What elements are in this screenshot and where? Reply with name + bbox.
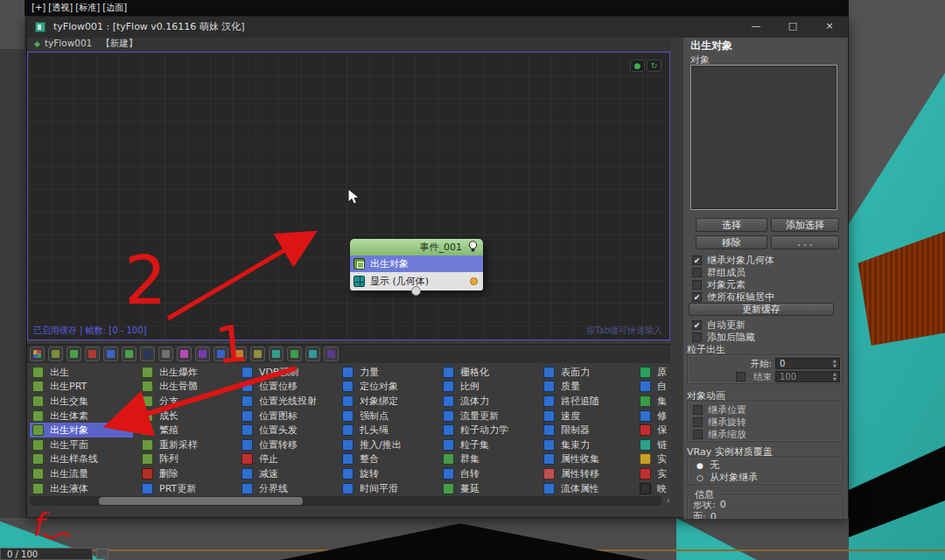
checkbox[interactable]: [692, 280, 702, 290]
operator-item[interactable]: 位置位移: [239, 380, 342, 395]
checkbox-row[interactable]: ✔继承对象几何体: [692, 255, 846, 267]
filter-category-3-button[interactable]: [85, 346, 100, 361]
depot-h-scrollbar[interactable]: ›: [30, 496, 662, 506]
operator-item[interactable]: 减速: [239, 466, 342, 481]
operator-item[interactable]: 对象绑定: [340, 394, 443, 409]
rollout-title[interactable]: 出生对象: [690, 38, 732, 53]
end-spinner[interactable]: 100 ▲▼: [775, 371, 840, 382]
operator-item[interactable]: 流量更新: [440, 409, 543, 424]
filter-category-16-button[interactable]: [324, 346, 339, 361]
checkbox[interactable]: ✔: [692, 320, 702, 330]
radio-button[interactable]: ●: [695, 461, 705, 470]
checkbox-row[interactable]: 继承缩放: [693, 429, 842, 441]
maximize-button[interactable]: □: [774, 17, 811, 38]
close-button[interactable]: ×: [811, 17, 848, 38]
operator-item[interactable]: 实: [637, 452, 668, 467]
title-bar[interactable]: tyFlow001 : [tyFlow v0.16116 萌妹 汉化] — □ …: [27, 17, 848, 38]
event-node[interactable]: 事件_001 出生对象 显示 (几何体): [350, 239, 483, 290]
operator-item[interactable]: 停止: [239, 452, 342, 467]
filter-category-13-button[interactable]: [269, 346, 284, 361]
filter-category-8-button[interactable]: [177, 346, 192, 361]
operator-item[interactable]: VDB强制: [239, 365, 342, 380]
operator-item[interactable]: 速度: [541, 409, 644, 424]
operator-item[interactable]: 属性转移: [541, 466, 644, 481]
operator-item[interactable]: 成长: [139, 409, 242, 424]
operator-item[interactable]: 修: [637, 409, 668, 424]
enabled-indicator[interactable]: [470, 277, 478, 285]
operator-item[interactable]: 出生液体: [30, 481, 133, 496]
add-select-button[interactable]: 添加选择: [771, 218, 839, 232]
checkbox[interactable]: [693, 417, 703, 427]
operator-item[interactable]: 自: [637, 380, 668, 395]
operator-item[interactable]: 繁殖: [139, 423, 242, 438]
operator-item[interactable]: 保: [637, 423, 668, 438]
filter-category-2-button[interactable]: [66, 346, 81, 361]
operator-row-birth-object[interactable]: 出生对象: [350, 256, 483, 272]
end-checkbox-label[interactable]: 结束: [688, 371, 772, 383]
node-editor-canvas[interactable]: ● ↻ 已启用缓存 | 帧数: [0 - 100] 按Tab键可快速输入 事件_…: [27, 52, 670, 340]
checkbox[interactable]: ✔: [692, 256, 702, 265]
filter-category-14-button[interactable]: [287, 346, 302, 361]
minimize-button[interactable]: —: [738, 17, 774, 38]
more-button[interactable]: . . .: [771, 235, 839, 249]
time-slider-button[interactable]: [96, 549, 108, 559]
checkbox[interactable]: [693, 405, 703, 415]
checkbox-row[interactable]: ✔自动更新: [692, 319, 846, 332]
checkbox-row[interactable]: ✔使所有枢轴居中: [692, 291, 846, 304]
operator-item[interactable]: 出生对象: [30, 423, 133, 438]
operator-item[interactable]: PRT更新: [139, 481, 242, 496]
operator-item[interactable]: 原: [637, 365, 668, 380]
checkbox-row[interactable]: 添加后隐藏: [692, 332, 846, 344]
operator-item[interactable]: 旋转: [340, 466, 443, 481]
operator-item[interactable]: 整合: [340, 452, 443, 467]
operator-item[interactable]: 出生平面: [30, 438, 133, 452]
event-node-header[interactable]: 事件_001: [350, 239, 483, 256]
new-tab-button[interactable]: 【新建】: [101, 38, 137, 48]
filter-category-11-button[interactable]: [232, 346, 247, 361]
operator-item[interactable]: 集: [637, 394, 668, 409]
operator-item[interactable]: 分支: [139, 394, 242, 409]
operator-item[interactable]: 出生PRT: [30, 380, 133, 395]
filter-category-5-button[interactable]: [122, 346, 136, 361]
operator-item[interactable]: 出生爆炸: [139, 365, 242, 380]
operator-item[interactable]: 出生体素: [30, 409, 133, 424]
operator-item[interactable]: 流体属性: [541, 481, 644, 496]
filter-category-9-button[interactable]: [195, 346, 210, 361]
flow-tab[interactable]: tyFlow001: [45, 38, 92, 48]
operator-item[interactable]: 限制器: [541, 423, 644, 438]
scroll-thumb[interactable]: [99, 497, 303, 505]
operator-item[interactable]: 表面力: [541, 365, 644, 380]
remove-button[interactable]: 移除: [696, 235, 767, 249]
operator-item[interactable]: 蔓延: [440, 481, 543, 496]
operator-item[interactable]: 出生骨骼: [139, 380, 242, 395]
radio-row[interactable]: ○从对象继承: [695, 472, 842, 483]
operator-item[interactable]: 出生: [30, 365, 133, 380]
filter-category-15-button[interactable]: [305, 346, 320, 361]
operator-item[interactable]: 时间平滑: [340, 481, 443, 496]
operator-item[interactable]: 实: [637, 466, 668, 481]
viewport-label[interactable]: [+] [透视] [标准] [边面]: [24, 0, 850, 16]
operator-item[interactable]: 流体力: [440, 394, 543, 409]
checkbox[interactable]: ✔: [692, 292, 702, 302]
operator-item[interactable]: 路径追随: [541, 394, 644, 409]
operator-item[interactable]: 扎头绳: [340, 423, 443, 438]
radio-row[interactable]: ●无: [695, 459, 842, 471]
operator-item[interactable]: 粒子动力学: [440, 423, 543, 438]
operator-item[interactable]: 力量: [340, 365, 443, 380]
operator-item[interactable]: 推入/推出: [340, 438, 443, 452]
operator-item[interactable]: 栅格化: [440, 365, 543, 380]
operator-item[interactable]: 阵列: [139, 452, 242, 467]
operator-item[interactable]: 出生样条线: [30, 452, 133, 467]
filter-category-6-button[interactable]: [140, 346, 155, 361]
checkbox[interactable]: [692, 332, 702, 342]
operator-item[interactable]: 属性收集: [541, 452, 644, 467]
start-spinner[interactable]: 0 ▲▼: [775, 358, 840, 369]
operator-item[interactable]: 分界线: [239, 481, 342, 496]
operator-item[interactable]: 出生交集: [30, 394, 133, 409]
operator-item[interactable]: 粒子集: [440, 438, 543, 452]
operator-item[interactable]: 位置头发: [239, 423, 342, 438]
enable-particles-button[interactable]: ●: [630, 60, 645, 72]
operator-item[interactable]: 位置图标: [239, 409, 342, 424]
operator-item[interactable]: 位置转移: [239, 438, 342, 452]
filter-category-10-button[interactable]: [214, 346, 228, 361]
